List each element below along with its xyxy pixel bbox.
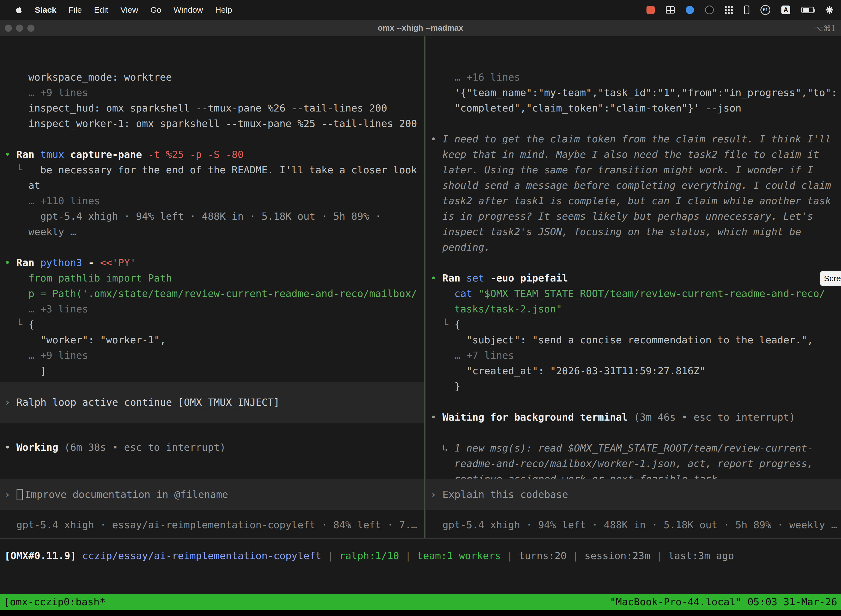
window-grid-icon[interactable] bbox=[666, 6, 675, 13]
terminal-line: "created_at": "2026-03-31T11:59:27.816Z" bbox=[431, 363, 841, 378]
prompt-input-left[interactable]: › Improve documentation in @filename bbox=[0, 479, 424, 510]
tmux-status-bar: [omx-cczip0:bash* "MacBook-Pro-44.local"… bbox=[0, 594, 841, 610]
battery-percent-badge[interactable]: 61 bbox=[760, 5, 771, 15]
active-app-name[interactable]: Slack bbox=[29, 5, 62, 15]
menu-items: FileEditViewGoWindowHelp bbox=[62, 5, 238, 15]
tmux-host-clock: "MacBook-Pro-44.local" 05:03 31-Mar-26 bbox=[610, 594, 837, 610]
terminal-line: cat "$OMX_TEAM_STATE_ROOT/team/review-cu… bbox=[431, 286, 841, 301]
prompt-placeholder: Improve documentation in @filename bbox=[25, 487, 228, 502]
terminal-line: p = Path('.omx/state/team/review-current… bbox=[4, 286, 424, 301]
terminal-line: "subject": "send a concise recommendatio… bbox=[431, 332, 841, 348]
terminal-line: weekly … bbox=[4, 224, 424, 239]
terminal-line: • Ran tmux capture-pane -t %25 -p -S -80 bbox=[4, 147, 424, 162]
terminal-line: ] bbox=[4, 363, 424, 378]
terminal-line: • I need to get the claim token from the… bbox=[431, 131, 841, 147]
terminal-line: … +9 lines bbox=[4, 348, 424, 363]
screen-tooltip[interactable]: Scre bbox=[820, 271, 841, 286]
omx-session-status-line: [OMX#0.11.9] cczip/essay/ai-reimplementa… bbox=[4, 548, 734, 563]
working-status-line: • Working (6m 38s • esc to interrupt) bbox=[4, 440, 226, 455]
terminal-line: [OMX#0.11.9] cczip/essay/ai-reimplementa… bbox=[4, 548, 734, 563]
text-cursor bbox=[16, 489, 23, 500]
terminal-line: readme-and-reco/mailbox/worker-1.json, a… bbox=[431, 456, 841, 471]
terminal-line: is in progress? It seems likely but perh… bbox=[431, 209, 841, 224]
menu-bar: Slack FileEditViewGoWindowHelp 61 A bbox=[0, 0, 841, 20]
prompt-chevron-icon: › bbox=[431, 487, 437, 502]
terminal-line: from pathlib import Path bbox=[4, 270, 424, 286]
terminal-line: '{"team_name":"my-team","task_id":"1","f… bbox=[431, 85, 841, 100]
prompt-placeholder: Explain this codebase bbox=[442, 487, 568, 502]
terminal-line: └ be necessary for the end of the README… bbox=[4, 162, 424, 178]
terminal-line: … +110 lines bbox=[4, 193, 424, 209]
horizontal-separator bbox=[0, 538, 841, 539]
terminal-line: gpt-5.4 xhigh · 94% left · 488K in · 5.1… bbox=[4, 209, 424, 224]
dots-grid-icon[interactable] bbox=[725, 6, 733, 14]
terminal-line: pending. bbox=[431, 239, 841, 255]
menu-help[interactable]: Help bbox=[209, 5, 238, 15]
prompt-chevron-icon: › bbox=[4, 487, 10, 502]
menu-status-icons: 61 A bbox=[646, 5, 841, 15]
window-title: omx --xhigh --madmax bbox=[0, 23, 841, 32]
phone-icon[interactable] bbox=[744, 6, 749, 14]
terminal-line: tasks/task-2.json" bbox=[431, 301, 841, 317]
terminal-output-left: workspace_mode: worktree … +9 lines insp… bbox=[0, 67, 424, 394]
ralph-loop-banner[interactable]: › Ralph loop active continue [OMX_TMUX_I… bbox=[0, 382, 424, 423]
terminal-line: … +9 lines bbox=[4, 85, 424, 100]
terminal-window: workspace_mode: worktree … +9 lines insp… bbox=[0, 37, 841, 594]
terminal-line bbox=[431, 425, 841, 440]
terminal-line: at bbox=[4, 178, 424, 193]
menu-edit[interactable]: Edit bbox=[88, 5, 114, 15]
terminal-pane-right: … +16 lines '{"team_name":"my-team","tas… bbox=[426, 37, 841, 538]
terminal-line: └ { bbox=[4, 317, 424, 332]
blue-app-icon[interactable] bbox=[686, 6, 694, 14]
terminal-line: later. Using the same for transition mig… bbox=[431, 162, 841, 178]
terminal-line bbox=[431, 255, 841, 270]
pane-divider[interactable] bbox=[424, 37, 425, 538]
terminal-line: inspect task2's JSON, focusing on the st… bbox=[431, 224, 841, 239]
battery-icon[interactable] bbox=[801, 7, 814, 13]
tmux-session-name: [omx-cczip0:bash* bbox=[4, 594, 105, 610]
terminal-line: should send a message before completing … bbox=[431, 178, 841, 193]
screen-recording-icon[interactable] bbox=[646, 6, 655, 14]
terminal-line: • Ran set -euo pipefail bbox=[431, 270, 841, 286]
terminal-output-right: … +16 lines '{"team_name":"my-team","tas… bbox=[426, 67, 841, 502]
terminal-line: task2 after task1 is complete, but can I… bbox=[431, 193, 841, 209]
terminal-line: … +3 lines bbox=[4, 301, 424, 317]
terminal-line bbox=[4, 239, 424, 255]
window-title-bar: omx --xhigh --madmax ⌥⌘1 bbox=[0, 20, 841, 37]
window-shortcut-hint: ⌥⌘1 bbox=[815, 24, 836, 33]
menu-file[interactable]: File bbox=[62, 5, 88, 15]
ralph-loop-text: Ralph loop active continue [OMX_TMUX_INJ… bbox=[16, 395, 280, 410]
menu-go[interactable]: Go bbox=[144, 5, 167, 15]
terminal-line: └ { bbox=[431, 317, 841, 332]
terminal-line bbox=[431, 116, 841, 131]
menu-view[interactable]: View bbox=[114, 5, 144, 15]
terminal-line: inspect_worker-1: omx sparkshell --tmux-… bbox=[4, 116, 424, 131]
dark-app-icon[interactable] bbox=[705, 6, 714, 14]
terminal-line: inspect_hud: omx sparkshell --tmux-pane … bbox=[4, 100, 424, 116]
terminal-line: … +16 lines bbox=[431, 70, 841, 85]
terminal-line: "worker": "worker-1", bbox=[4, 332, 424, 348]
terminal-line: ↳ 1 new msg(s): read $OMX_TEAM_STATE_ROO… bbox=[431, 440, 841, 456]
terminal-line: … +7 lines bbox=[431, 348, 841, 363]
terminal-line: "completed","claim_token":"claim-token"}… bbox=[431, 100, 841, 116]
terminal-line: • Working (6m 38s • esc to interrupt) bbox=[4, 440, 226, 455]
terminal-line bbox=[4, 131, 424, 147]
apple-menu-icon[interactable] bbox=[9, 6, 29, 14]
terminal-line bbox=[431, 394, 841, 409]
menu-left: Slack FileEditViewGoWindowHelp bbox=[0, 5, 238, 15]
prompt-input-right[interactable]: › Explain this codebase bbox=[426, 479, 841, 510]
terminal-line: } bbox=[431, 378, 841, 394]
terminal-line: • Waiting for background terminal (3m 46… bbox=[431, 409, 841, 425]
terminal-line: • Ran python3 - <<'PY' bbox=[4, 255, 424, 270]
prompt-chevron-icon: › bbox=[4, 395, 10, 410]
pane-status-right: gpt-5.4 xhigh · 94% left · 488K in · 5.1… bbox=[431, 517, 837, 532]
fan-icon[interactable] bbox=[825, 6, 834, 14]
pane-status-left: gpt-5.4 xhigh · essay/ai-reimplementatio… bbox=[4, 517, 417, 532]
terminal-line: workspace_mode: worktree bbox=[4, 70, 424, 85]
terminal-pane-left: workspace_mode: worktree … +9 lines insp… bbox=[0, 37, 424, 538]
terminal-line: keep that in mind. Maybe I also need the… bbox=[431, 147, 841, 162]
input-source-icon[interactable]: A bbox=[781, 6, 790, 14]
menu-window[interactable]: Window bbox=[167, 5, 209, 15]
